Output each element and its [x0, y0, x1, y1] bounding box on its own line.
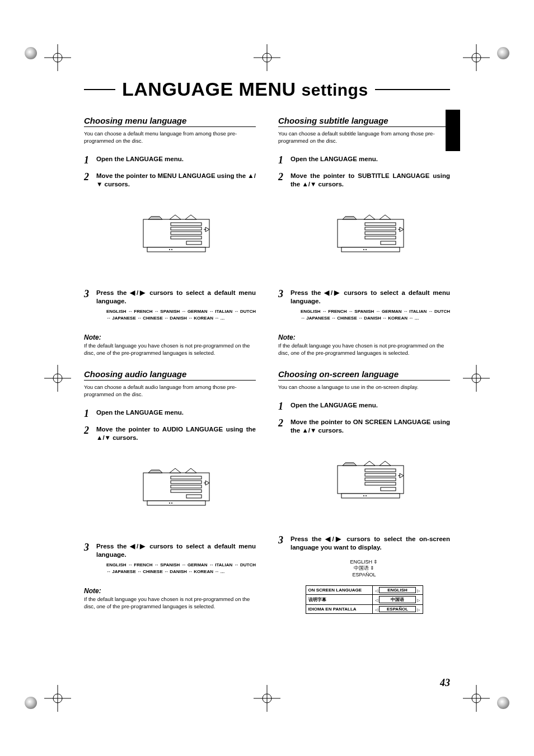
step-text: Press the ◀/▶ cursors to select a defaul… — [96, 543, 256, 558]
note-body: If the default language you have chosen … — [84, 596, 256, 611]
language-cycle: ENGLISH ↔ FRENCH ↔ SPANISH ↔ GERMAN ↔ IT… — [106, 562, 256, 576]
page-content: LANGUAGE MENU settings Choosing menu lan… — [84, 78, 450, 689]
right-column: Choosing subtitle language You can choos… — [278, 116, 450, 614]
menu-diagram-icon — [337, 192, 404, 276]
note-body: If the default language you have chosen … — [278, 342, 450, 357]
step-text: Open the LANGUAGE menu. — [96, 408, 256, 419]
left-column: Choosing menu language You can choose a … — [84, 116, 256, 614]
page-title: LANGUAGE MENU settings — [84, 78, 450, 100]
table-row: ON SCREEN LANGUAGE ◁ ENGLISH ▷ — [306, 585, 423, 594]
onscreen-language-cycle: ENGLISH ⇕ 中国语 ⇕ ESPAÑOL — [278, 559, 450, 577]
section-sub: You can choose a default menu language f… — [84, 130, 256, 145]
registration-mark-icon — [463, 365, 490, 392]
step-text: Open the LANGUAGE menu. — [291, 401, 450, 411]
step-text: Open the LANGUAGE menu. — [291, 155, 450, 165]
table-row: IDIOMA EN PANTALLA ◁ ESPAÑOL ▷ — [306, 604, 423, 613]
step-text: Open the LANGUAGE menu. — [96, 155, 256, 165]
corner-dot-icon — [25, 47, 37, 59]
note-heading: Note: — [84, 587, 256, 595]
registration-mark-icon — [254, 44, 280, 71]
section-heading-menu-lang: Choosing menu language — [84, 116, 256, 127]
registration-mark-icon — [254, 685, 280, 712]
registration-mark-icon — [44, 365, 71, 392]
step-text: Press the ◀/▶ cursors to select the on-s… — [291, 536, 450, 551]
corner-dot-icon — [497, 47, 509, 59]
step-text: Move the pointer to AUDIO LANGUAGE using… — [96, 426, 256, 442]
registration-mark-icon — [44, 44, 71, 71]
step-text: Move the pointer to SUBTITLE LANGUAGE us… — [291, 172, 450, 188]
section-sub: You can choose a default audio language … — [84, 384, 256, 398]
corner-dot-icon — [25, 697, 37, 709]
registration-mark-icon — [463, 685, 490, 712]
section-heading-onscreen-lang: Choosing on-screen language — [278, 369, 450, 381]
menu-diagram-icon — [143, 446, 210, 530]
section-heading-subtitle-lang: Choosing subtitle language — [278, 116, 450, 127]
registration-mark-icon — [463, 44, 490, 71]
note-body: If the default language you have chosen … — [84, 342, 256, 357]
step-text: Press the ◀/▶ cursors to select a defaul… — [291, 289, 450, 305]
language-cycle: ENGLISH ↔ FRENCH ↔ SPANISH ↔ GERMAN ↔ IT… — [301, 308, 450, 323]
corner-dot-icon — [497, 697, 509, 709]
table-row: 说明字幕 ◁ 中国语 ▷ — [306, 594, 423, 604]
title-sub: settings — [302, 81, 368, 99]
step-text: Move the pointer to MENU LANGUAGE using … — [96, 172, 256, 188]
page-number: 43 — [440, 677, 450, 689]
menu-diagram-icon — [143, 192, 210, 276]
section-sub: You can choose a default subtitle langua… — [278, 130, 450, 145]
note-heading: Note: — [84, 334, 256, 341]
section-sub: You can choose a language to use in the … — [278, 384, 450, 391]
menu-diagram-icon — [337, 439, 404, 523]
note-heading: Note: — [278, 334, 450, 341]
onscreen-language-table: ON SCREEN LANGUAGE ◁ ENGLISH ▷ 说明字幕 ◁ 中国… — [306, 585, 423, 614]
step-text: Press the ◀/▶ cursors to select a defaul… — [96, 289, 256, 305]
step-text: Move the pointer to ON SCREEN LANGUAGE u… — [291, 419, 450, 434]
language-cycle: ENGLISH ↔ FRENCH ↔ SPANISH ↔ GERMAN ↔ IT… — [106, 308, 256, 323]
section-heading-audio-lang: Choosing audio language — [84, 369, 256, 381]
registration-mark-icon — [44, 685, 71, 712]
title-main: LANGUAGE MENU — [122, 78, 296, 100]
